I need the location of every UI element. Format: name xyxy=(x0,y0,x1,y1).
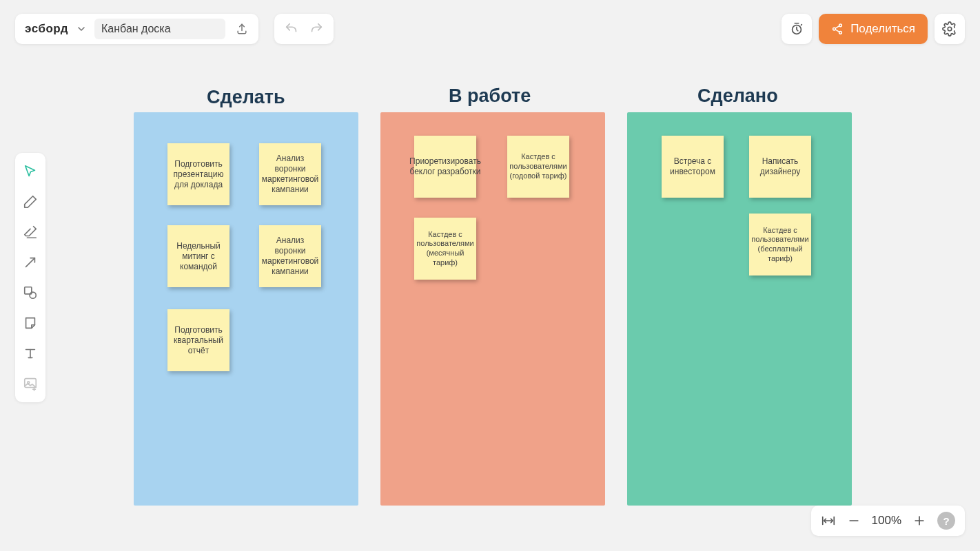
zoom-level[interactable]: 100% xyxy=(872,514,901,528)
zoom-bar: 100% ? xyxy=(811,506,965,536)
topbar-right: Поделиться xyxy=(782,14,965,44)
svg-point-8 xyxy=(28,382,30,384)
sticky-card[interactable]: Встреча с инвестором xyxy=(662,136,724,198)
settings-button[interactable] xyxy=(935,14,965,44)
select-tool[interactable] xyxy=(21,163,39,180)
sticky-note-tool[interactable] xyxy=(21,314,39,332)
sticky-card[interactable]: Подготовить квартальный отчёт xyxy=(167,309,229,371)
sticky-card[interactable]: Кастдев с пользователями (месячный тариф… xyxy=(414,218,476,280)
gear-icon xyxy=(942,21,957,37)
clock-icon xyxy=(789,21,804,37)
fit-width-icon[interactable] xyxy=(821,513,836,528)
zoom-in-icon[interactable] xyxy=(912,514,926,528)
undo-icon[interactable] xyxy=(284,21,299,37)
redo-icon[interactable] xyxy=(309,21,324,37)
sticky-card[interactable]: Подготовить презентацию для доклада xyxy=(167,143,229,205)
sticky-card[interactable]: Анализ воронки маркетинговой кампании xyxy=(259,143,321,205)
card-text: Написать дизайнеру xyxy=(753,156,807,177)
undo-redo-group xyxy=(274,14,334,44)
card-text: Подготовить презентацию для доклада xyxy=(172,159,225,190)
card-text: Анализ воронки маркетинговой кампании xyxy=(262,154,318,195)
card-text: Анализ воронки маркетинговой кампании xyxy=(262,236,318,277)
svg-point-4 xyxy=(948,27,952,31)
arrow-tool[interactable] xyxy=(21,253,39,271)
column-title-todo[interactable]: Сделать xyxy=(207,87,285,108)
sticky-card[interactable]: Написать дизайнеру xyxy=(749,136,811,198)
column-title-done[interactable]: Сделано xyxy=(697,85,778,107)
sticky-card[interactable]: Кастдев с пользователями (бесплатный тар… xyxy=(749,214,811,276)
toolbox xyxy=(15,153,45,402)
text-tool[interactable] xyxy=(21,344,39,362)
upload-icon[interactable] xyxy=(232,19,252,39)
column-title-doing[interactable]: В работе xyxy=(449,85,531,107)
svg-point-6 xyxy=(30,292,36,298)
sticky-card[interactable]: Анализ воронки маркетинговой кампании xyxy=(259,225,321,287)
card-text: Кастдев с пользователями (годовой тариф) xyxy=(509,152,566,180)
timer-button[interactable] xyxy=(782,14,812,44)
card-text: Подготовить квартальный отчёт xyxy=(172,325,225,356)
pen-tool[interactable] xyxy=(21,193,39,211)
share-icon xyxy=(831,23,844,35)
document-name-input[interactable]: Канбан доска xyxy=(94,19,225,39)
card-text: Кастдев с пользователями (бесплатный тар… xyxy=(751,226,808,264)
sticky-card[interactable]: Кастдев с пользователями (годовой тариф) xyxy=(507,136,569,198)
card-text: Приоретизировать беклог разработки xyxy=(409,156,481,177)
sticky-card[interactable]: Недельный митинг с командой xyxy=(167,225,229,287)
chevron-down-icon[interactable] xyxy=(75,23,88,35)
image-tool[interactable] xyxy=(21,375,39,393)
share-button[interactable]: Поделиться xyxy=(819,14,928,44)
shape-tool[interactable] xyxy=(21,284,39,302)
topbar-left: эсборд Канбан доска xyxy=(15,14,258,44)
zoom-out-icon[interactable] xyxy=(847,514,861,528)
help-icon[interactable]: ? xyxy=(937,512,955,530)
card-text: Кастдев с пользователями (месячный тариф… xyxy=(416,230,473,268)
sticky-card[interactable]: Приоретизировать беклог разработки xyxy=(414,136,476,198)
card-text: Встреча с инвестором xyxy=(666,156,719,177)
card-text: Недельный митинг с командой xyxy=(172,241,225,272)
share-label: Поделиться xyxy=(850,22,915,36)
eraser-tool[interactable] xyxy=(21,223,39,241)
column-done[interactable] xyxy=(627,112,852,506)
app-logo[interactable]: эсборд xyxy=(25,22,68,36)
